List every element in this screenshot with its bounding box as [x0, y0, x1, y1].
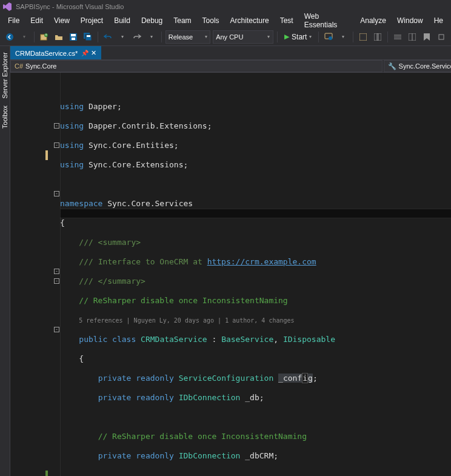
title-text: SAPBISync - Microsoft Visual Studio [16, 3, 124, 10]
scope-label: Sync.Core [25, 62, 56, 70]
server-explorer-tab[interactable]: Server Explorer [0, 49, 10, 102]
svg-rect-15 [377, 33, 381, 41]
btn-ext5[interactable] [435, 30, 448, 44]
titlebar: SAPBISync - Microsoft Visual Studio [0, 0, 451, 13]
btn-bookmark[interactable] [420, 30, 433, 44]
play-icon: ▶ [284, 33, 289, 41]
svg-rect-7 [72, 38, 75, 40]
left-tool-strip: Server Explorer Toolbox [0, 46, 10, 476]
svg-text:+: + [45, 33, 47, 37]
svg-rect-14 [374, 33, 378, 41]
separator [353, 32, 353, 42]
separator [318, 32, 319, 42]
code-editor[interactable]: - - - - - - using Dapper; using Dapper.C… [10, 73, 451, 476]
menu-build[interactable]: Build [109, 15, 136, 27]
config-label: Release [169, 33, 193, 41]
start-button[interactable]: ▶Start▾ [281, 30, 315, 44]
separator [387, 32, 388, 42]
menu-team[interactable]: Team [168, 15, 196, 27]
menu-view[interactable]: View [48, 15, 75, 27]
svg-rect-21 [439, 35, 444, 39]
csharp-icon: C# [15, 62, 23, 70]
save-all-button[interactable] [81, 30, 95, 44]
btn-ext2[interactable] [371, 30, 384, 44]
platform-label: Any CPU [216, 33, 243, 41]
menu-project[interactable]: Project [75, 15, 109, 27]
member-dropdown[interactable]: 🔧 Sync.Core.Services.CRMDataService [384, 60, 451, 72]
codelens[interactable]: 5 references | Nguyen Ly, 20 days ago | … [79, 317, 294, 324]
editor-margin: - - - - - - [10, 73, 60, 476]
close-icon[interactable]: ✕ [91, 49, 96, 57]
start-label: Start [292, 33, 307, 41]
code-content[interactable]: using Dapper; using Dapper.Contrib.Exten… [60, 73, 451, 476]
separator [277, 32, 278, 42]
menu-tools[interactable]: Tools [197, 15, 225, 27]
svg-point-12 [329, 36, 332, 40]
new-project-button[interactable]: + [38, 30, 51, 44]
fold-toggle[interactable]: - [54, 191, 59, 196]
separator [34, 32, 35, 42]
pin-icon[interactable]: 📌 [81, 50, 89, 56]
svg-rect-13 [359, 33, 367, 41]
separator [98, 32, 98, 42]
fold-toggle[interactable]: - [54, 278, 59, 284]
undo-button[interactable] [101, 30, 115, 44]
scope-dropdown[interactable]: C# Sync.Core [10, 60, 383, 72]
btn-ext3[interactable] [391, 30, 404, 44]
svg-rect-10 [87, 35, 90, 37]
toolbar: ▾ + ▾ ▾ Release▾ Any CPU▾ ▶Start▾ ▾ [0, 28, 451, 46]
document-tab[interactable]: CRMDataService.cs* 📌 ✕ [10, 46, 101, 59]
member-label: Sync.Core.Services.CRMDataService [399, 62, 451, 70]
btn-ext1[interactable] [356, 30, 370, 44]
menu-webessentials[interactable]: Web Essentials [299, 10, 355, 31]
fold-toggle[interactable]: - [54, 142, 59, 148]
menu-edit[interactable]: Edit [25, 15, 48, 27]
fold-toggle[interactable]: - [54, 269, 59, 274]
browser-link-button[interactable] [322, 30, 335, 44]
menu-test[interactable]: Test [275, 15, 299, 27]
vs-icon [2, 2, 12, 12]
menu-window[interactable]: Window [392, 15, 429, 27]
menubar: File Edit View Project Build Debug Team … [0, 13, 451, 28]
platform-dropdown[interactable]: Any CPU▾ [213, 30, 273, 44]
document-tab-label: CRMDataService.cs* [15, 50, 78, 57]
fold-toggle[interactable]: - [54, 327, 59, 332]
class-icon: 🔧 [388, 62, 396, 70]
browser-link-dd[interactable]: ▾ [336, 30, 350, 44]
menu-analyze[interactable]: Analyze [355, 15, 392, 27]
config-dropdown[interactable]: Release▾ [165, 30, 210, 44]
svg-point-1 [6, 33, 13, 41]
editor-area: CRMDataService.cs* 📌 ✕ C# Sync.Core 🔧 Sy… [10, 46, 451, 476]
redo-button[interactable] [130, 30, 144, 44]
toolbox-tab[interactable]: Toolbox [0, 102, 10, 132]
back-button[interactable] [3, 30, 16, 44]
svg-marker-0 [3, 2, 12, 11]
forward-button[interactable]: ▾ [18, 30, 31, 44]
redo-dd[interactable]: ▾ [145, 30, 158, 44]
tab-strip: CRMDataService.cs* 📌 ✕ [10, 46, 451, 59]
open-button[interactable] [52, 30, 65, 44]
svg-rect-6 [71, 34, 76, 36]
menu-debug[interactable]: Debug [136, 15, 168, 27]
btn-ext4[interactable] [406, 30, 419, 44]
menu-help[interactable]: He [429, 15, 449, 27]
menu-architecture[interactable]: Architecture [225, 15, 275, 27]
nav-strip: C# Sync.Core 🔧 Sync.Core.Services.CRMDat… [10, 59, 451, 73]
save-button[interactable] [67, 30, 80, 44]
menu-file[interactable]: File [2, 15, 25, 27]
separator [161, 32, 162, 42]
fold-toggle[interactable]: - [54, 123, 59, 129]
crm-url-link[interactable]: https://crm.example.com [207, 257, 316, 266]
undo-dd[interactable]: ▾ [116, 30, 129, 44]
